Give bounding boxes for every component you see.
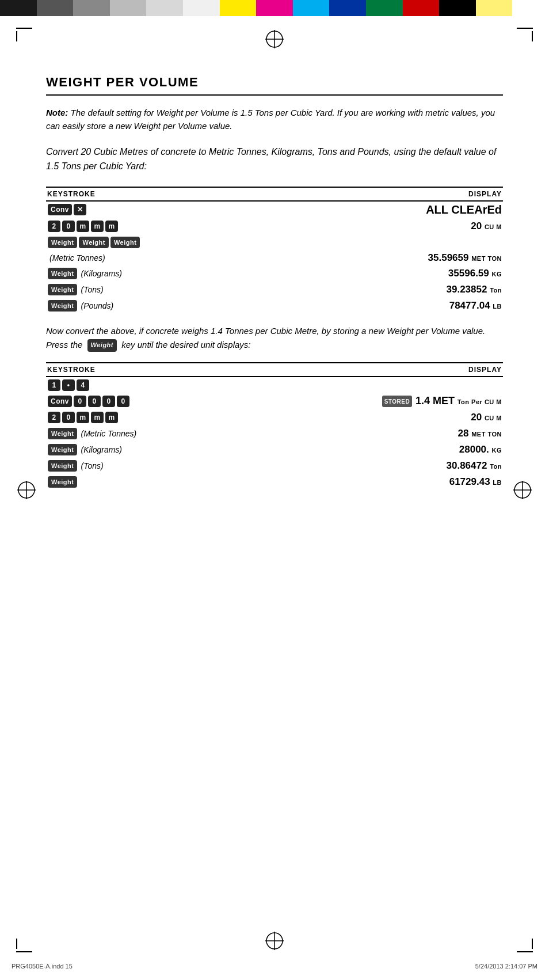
keystroke-cell: Weight(Kilograms) <box>46 442 298 458</box>
footer-left: PRG4050E-A.indd 15 <box>12 963 73 970</box>
display-number: 35.59659 <box>428 252 469 263</box>
color-seg-3 <box>73 0 110 16</box>
display-cell: 30.86472 Ton <box>298 458 503 474</box>
key-2b: 2 <box>48 412 60 423</box>
corner-tl <box>16 28 32 41</box>
display-number: 28 <box>458 428 469 439</box>
main-content: WEIGHT PER VOLUME Note: The default sett… <box>46 75 503 911</box>
color-seg-9 <box>293 0 330 16</box>
corner-bl <box>16 939 32 952</box>
weight-key-inline: Weight <box>87 339 117 352</box>
table-row: Weight(Kilograms) 28000. KG <box>46 442 503 458</box>
conv-key-2: Conv <box>48 396 72 407</box>
color-seg-4 <box>110 0 147 16</box>
key-0e: 0 <box>62 412 75 423</box>
table-row: Weight(Pounds) 78477.04 LB <box>46 298 503 314</box>
label-kilograms-2: (Kilograms) <box>81 445 122 454</box>
note-text: The default setting for Weight per Volum… <box>46 108 495 131</box>
note-block: Note: The default setting for Weight per… <box>46 106 503 133</box>
label-metric-tonnes: (Metric Tonnes) <box>49 253 105 263</box>
keys-group: 1•4 <box>47 379 296 392</box>
weight-key: Weight <box>48 284 77 295</box>
page-title: WEIGHT PER VOLUME <box>46 75 503 90</box>
table-row: Weight(Metric Tonnes) 28 MET TON <box>46 426 503 442</box>
weight-key: Weight <box>48 428 77 439</box>
key-m2: m <box>91 221 104 232</box>
title-divider <box>46 94 503 96</box>
display-number: 78477.04 <box>449 300 490 311</box>
table-row: Weight(Kilograms) 35596.59 KG <box>46 265 503 282</box>
convert-intro-text: Convert 20 Cubic Metres of concrete to M… <box>46 145 503 174</box>
weight-key-2: Weight <box>79 237 108 248</box>
display-number: 28000. <box>459 444 489 455</box>
display-unit: MET TON <box>471 255 502 262</box>
table-row: 1•4 <box>46 377 503 393</box>
key-0a: 0 <box>74 396 86 407</box>
color-seg-13 <box>439 0 476 16</box>
display-number: 61729.43 <box>449 476 490 487</box>
display-value: ALL CLEArEd <box>426 203 502 216</box>
keystroke-cell: Weight(Tons) <box>46 282 298 298</box>
table-row: Weight(Tons) 39.23852 Ton <box>46 282 503 298</box>
table-row: 20mmm 20 CU M <box>46 218 503 234</box>
table-row: Weight(Tons) 30.86472 Ton <box>46 458 503 474</box>
corner-br <box>517 939 533 952</box>
weight-key: Weight <box>48 460 77 472</box>
display-cell: ALL CLEArEd <box>298 201 503 218</box>
color-seg-14 <box>476 0 513 16</box>
keys-group: Conv✕ <box>47 203 296 216</box>
col-display-2: DISPLAY <box>298 363 503 377</box>
color-seg-8 <box>256 0 293 16</box>
color-seg-12 <box>403 0 440 16</box>
keystroke-cell: 20mmm <box>46 218 298 234</box>
display-cell: 61729.43 LB <box>298 474 503 490</box>
keystroke-cell: WeightWeightWeight <box>46 234 298 250</box>
table-1: KEYSTROKE DISPLAY Conv✕ ALL CLEArEd <box>46 187 503 314</box>
label-tons-2: (Tons) <box>81 461 103 470</box>
color-bar <box>0 0 549 16</box>
bottom-crosshair <box>264 930 285 951</box>
display-cell <box>298 377 503 393</box>
display-number: 20 <box>471 412 482 423</box>
table-row: Weight 61729.43 LB <box>46 474 503 490</box>
keys-group: Weight(Kilograms) <box>47 443 296 456</box>
display-unit: KG <box>492 271 502 278</box>
table-row: Conv0000 STORED 1.4 MET Ton Per CU M <box>46 393 503 410</box>
display-unit: MET TON <box>471 431 502 438</box>
color-seg-2 <box>37 0 74 16</box>
right-crosshair <box>512 480 533 500</box>
display-cell: 28 MET TON <box>298 426 503 442</box>
note-label: Note: <box>46 108 68 117</box>
middle-text-block: Now convert the above, if concrete weigh… <box>46 324 503 352</box>
top-crosshair <box>264 29 285 50</box>
key-1: 1 <box>48 379 60 391</box>
display-cell <box>298 234 503 250</box>
label-tons: (Tons) <box>81 285 103 294</box>
table-row: (Metric Tonnes) 35.59659 MET TON <box>46 250 503 265</box>
display-unit: LB <box>493 303 502 310</box>
display-unit: Ton <box>490 287 502 294</box>
display-unit: KG <box>492 447 502 454</box>
footer: PRG4050E-A.indd 15 5/24/2013 2:14:07 PM <box>12 963 537 970</box>
keys-group: WeightWeightWeight <box>47 236 296 249</box>
color-seg-11 <box>366 0 403 16</box>
key-m6: m <box>105 412 118 423</box>
keystroke-cell: Weight(Metric Tonnes) <box>46 426 298 442</box>
display-cell: 28000. KG <box>298 442 503 458</box>
keys-group: Weight(Tons) <box>47 459 296 472</box>
key-0d: 0 <box>117 396 129 407</box>
key-4: 4 <box>77 379 89 391</box>
keystroke-cell: Conv0000 <box>46 393 298 410</box>
keystroke-cell: 20mmm <box>46 409 298 426</box>
weight-key: Weight <box>48 444 77 455</box>
color-seg-10 <box>329 0 366 16</box>
display-unit: LB <box>493 479 502 486</box>
footer-right: 5/24/2013 2:14:07 PM <box>475 963 537 970</box>
key-m3: m <box>105 221 118 232</box>
display-number: 20 <box>471 221 482 231</box>
color-seg-6 <box>183 0 220 16</box>
display-number: 35596.59 <box>448 268 489 279</box>
keystroke-cell: (Metric Tonnes) <box>46 250 298 265</box>
keystroke-cell: 1•4 <box>46 377 298 393</box>
stored-badge: STORED <box>382 396 413 407</box>
